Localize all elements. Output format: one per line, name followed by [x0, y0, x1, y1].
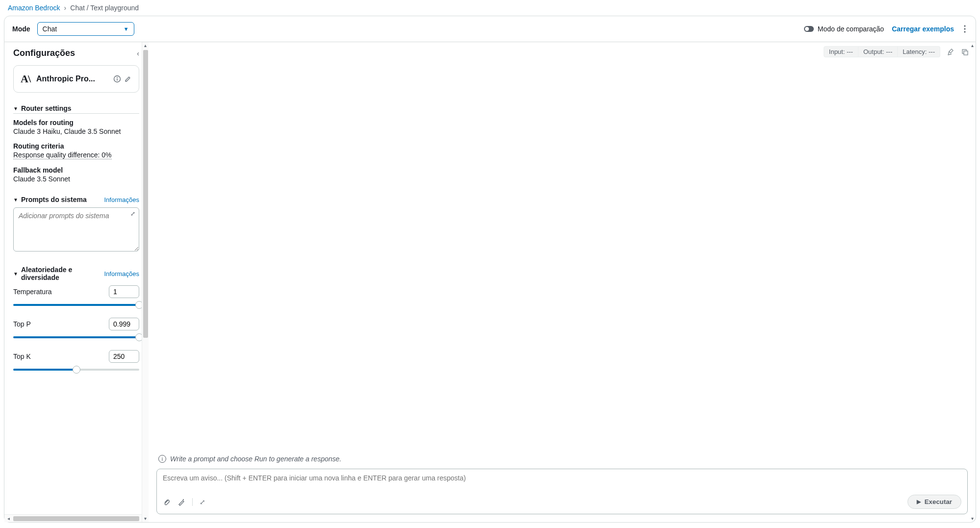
models-for-routing-value: Claude 3 Haiku, Claude 3.5 Sonnet	[13, 127, 139, 135]
top-p-input[interactable]	[109, 318, 139, 330]
svg-point-0	[964, 25, 965, 26]
edit-icon[interactable]	[124, 75, 132, 83]
info-icon[interactable]	[113, 75, 121, 83]
fallback-model-value: Claude 3.5 Sonnet	[13, 175, 139, 183]
sidebar: Configurações ‹ A\ Anthropic Pro...	[4, 42, 149, 522]
info-icon: i	[158, 455, 166, 463]
system-prompts-info-link[interactable]: Informações	[104, 196, 139, 203]
breadcrumb-current: Chat / Text playground	[70, 4, 139, 12]
more-menu-icon[interactable]	[962, 23, 968, 35]
router-settings-heading: Router settings	[21, 104, 72, 112]
models-for-routing-label: Models for routing	[13, 119, 139, 126]
top-k-input[interactable]	[109, 350, 139, 363]
temperature-label: Temperatura	[13, 288, 52, 296]
load-examples-link[interactable]: Carregar exemplos	[892, 25, 954, 33]
svg-point-1	[964, 28, 965, 29]
mode-select-value: Chat	[43, 25, 57, 33]
topbar: Mode Chat ▼ Modo de comparação Carregar …	[4, 16, 976, 42]
collapse-sidebar-icon[interactable]: ‹	[137, 50, 139, 57]
scroll-up-icon[interactable]: ▴	[144, 42, 147, 49]
model-name: Anthropic Pro...	[36, 75, 107, 83]
copy-icon[interactable]	[961, 48, 969, 56]
caret-down-icon[interactable]: ▼	[13, 106, 18, 111]
top-p-label: Top P	[13, 320, 31, 328]
top-p-slider[interactable]	[13, 333, 139, 341]
system-prompts-heading: Prompts do sistema	[21, 196, 87, 203]
main-panel: Input: --- Output: --- Latency: --- i Wr…	[149, 42, 976, 522]
breadcrumb-root-link[interactable]: Amazon Bedrock	[8, 4, 60, 12]
routing-criteria-value: Response quality difference: 0%	[13, 151, 112, 159]
svg-rect-7	[964, 51, 968, 55]
metric-input: Input: ---	[824, 46, 858, 57]
main-vertical-scrollbar[interactable]: ▴ ▾	[969, 42, 976, 522]
svg-point-4	[117, 77, 118, 78]
mode-select[interactable]: Chat ▼	[37, 22, 134, 36]
play-icon: ▶	[917, 499, 921, 505]
temperature-input[interactable]	[109, 285, 139, 298]
top-k-slider[interactable]	[13, 366, 139, 374]
model-card: A\ Anthropic Pro...	[13, 65, 139, 93]
sidebar-title: Configurações	[13, 48, 75, 58]
svg-point-2	[964, 31, 965, 32]
attachment-icon[interactable]	[163, 498, 171, 506]
routing-criteria-label: Routing criteria	[13, 142, 139, 150]
scroll-down-icon[interactable]: ▾	[971, 515, 974, 522]
expand-icon[interactable]: ⤢	[130, 210, 135, 217]
sidebar-vertical-scrollbar[interactable]: ▴ ▾	[142, 42, 149, 522]
temperature-slider[interactable]	[13, 301, 139, 309]
top-k-label: Top K	[13, 352, 31, 360]
compare-mode-toggle[interactable]	[804, 26, 814, 32]
broom-icon[interactable]	[947, 48, 955, 56]
scroll-up-icon[interactable]: ▴	[971, 42, 974, 49]
magic-icon[interactable]	[177, 498, 185, 506]
chevron-right-icon: ›	[64, 4, 67, 12]
prompt-input[interactable]	[163, 474, 961, 482]
metric-output: Output: ---	[858, 46, 898, 57]
metric-latency: Latency: ---	[898, 46, 940, 57]
compare-mode-label: Modo de comparação	[818, 25, 884, 33]
caret-down-icon[interactable]: ▼	[13, 197, 18, 202]
caret-down-icon: ▼	[124, 26, 129, 32]
scroll-left-icon[interactable]: ◂	[4, 516, 12, 521]
prompt-hint: i Write a prompt and choose Run to gener…	[149, 452, 976, 466]
system-prompt-textarea[interactable]	[13, 207, 139, 251]
anthropic-logo-icon: A\	[21, 73, 30, 85]
fallback-model-label: Fallback model	[13, 166, 139, 174]
randomness-info-link[interactable]: Informações	[104, 270, 139, 277]
sidebar-horizontal-scrollbar[interactable]: ◂ ▸	[4, 514, 148, 522]
svg-rect-5	[117, 78, 117, 81]
expand-icon[interactable]: ⤢	[200, 498, 205, 506]
scroll-down-icon[interactable]: ▾	[144, 515, 147, 522]
randomness-heading: Aleatoriedade e diversidade	[21, 266, 104, 281]
breadcrumb: Amazon Bedrock › Chat / Text playground	[0, 0, 980, 16]
run-button[interactable]: ▶ Executar	[907, 495, 961, 509]
mode-label: Mode	[12, 25, 30, 33]
caret-down-icon[interactable]: ▼	[13, 271, 18, 277]
prompt-box: ⤢ ▶ Executar	[156, 469, 968, 514]
divider	[192, 498, 193, 506]
